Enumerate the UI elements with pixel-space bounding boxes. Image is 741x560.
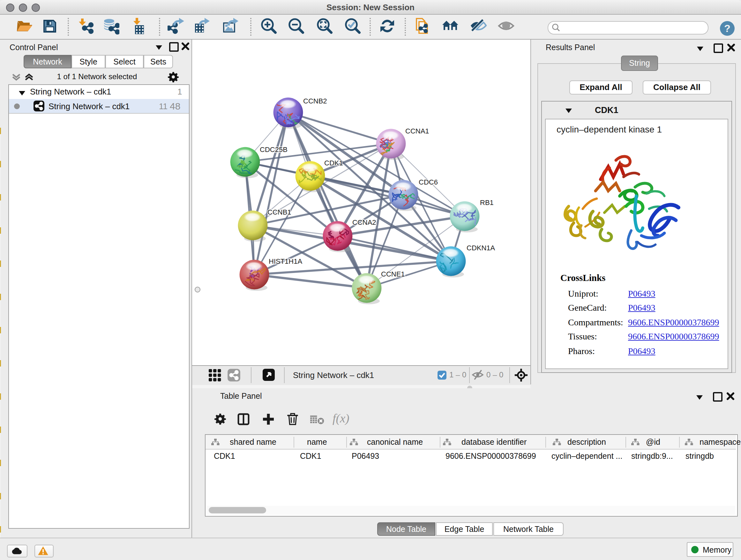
svg-text:CCNB2: CCNB2 <box>303 97 327 105</box>
svg-text:CCNA1: CCNA1 <box>405 127 429 135</box>
svg-text:RB1: RB1 <box>480 199 494 206</box>
svg-text:CDC25B: CDC25B <box>260 145 287 153</box>
svg-text:CCNA2: CCNA2 <box>352 219 376 226</box>
svg-text:HIST1H1A: HIST1H1A <box>269 257 302 265</box>
svg-text:CDKN1A: CDKN1A <box>467 244 495 252</box>
svg-text:CDK1: CDK1 <box>324 159 343 167</box>
svg-text:CCNB1: CCNB1 <box>267 208 291 216</box>
svg-text:CDC6: CDC6 <box>419 178 438 186</box>
svg-text:CCNE1: CCNE1 <box>381 270 405 278</box>
